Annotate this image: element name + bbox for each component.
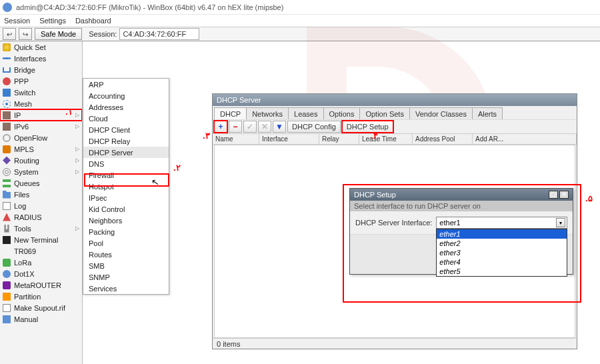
option-ether5[interactable]: ether5 — [437, 267, 567, 276]
option-ether4[interactable]: ether4 — [437, 257, 567, 267]
sidebar-item-tools[interactable]: Tools▷ — [0, 223, 82, 234]
menu-dashboard[interactable]: Dashboard — [75, 17, 111, 25]
sidebar-item-partition[interactable]: Partition — [0, 291, 82, 302]
interface-combo[interactable]: ether1 ▾ ether1ether2ether3ether4ether5 — [436, 217, 567, 229]
menu-session[interactable]: Session — [4, 17, 30, 25]
sidebar-item-log[interactable]: Log — [0, 200, 82, 211]
sidebar-item-ppp[interactable]: PPP — [0, 75, 82, 87]
sidebar-item-make-supout.rif[interactable]: Make Supout.rif — [0, 302, 82, 313]
session-field[interactable]: C4:AD:34:72:60:FF — [119, 28, 199, 40]
sidebar-item-mpls[interactable]: MPLS▷ — [0, 143, 82, 155]
ic-term-icon — [3, 236, 11, 244]
submenu-routes[interactable]: Routes — [83, 249, 169, 260]
add-button[interactable]: + — [214, 121, 227, 133]
sidebar-item-tr069[interactable]: TR069 — [0, 245, 82, 257]
option-ether2[interactable]: ether2 — [437, 239, 567, 248]
minimize-button[interactable]: ▢ — [549, 191, 558, 199]
disable-button[interactable]: ✕ — [258, 121, 271, 133]
col-pool[interactable]: Address Pool — [413, 134, 473, 144]
dhcp-setup-button[interactable]: DHCP Setup — [342, 121, 393, 133]
submenu-services[interactable]: Services — [83, 283, 169, 294]
ip-submenu: ARPAccountingAddressesCloudDHCP ClientDH… — [83, 78, 169, 295]
submenu-dns[interactable]: DNS — [83, 158, 169, 169]
submenu-cloud[interactable]: Cloud — [83, 113, 169, 124]
submenu-dhcp-relay[interactable]: DHCP Relay — [83, 135, 169, 147]
tool-row: ↩ ↪ Safe Mode Session: C4:AD:34:72:60:FF — [0, 27, 600, 41]
window-title: admin@C4:AD:34:72:60:FF (MikroTik) - Win… — [16, 3, 283, 11]
sidebar-label: PPP — [14, 77, 29, 85]
tab-leases[interactable]: Leases — [288, 107, 323, 119]
sidebar-item-bridge[interactable]: Bridge — [0, 64, 82, 75]
sidebar-item-ipv6[interactable]: IPv6▷ — [0, 121, 82, 132]
ic-mesh-icon — [3, 100, 11, 108]
ic-part-icon — [3, 293, 11, 301]
option-ether1[interactable]: ether1 — [437, 229, 567, 239]
submenu-packing[interactable]: Packing — [83, 226, 169, 237]
submenu-smb[interactable]: SMB — [83, 260, 169, 271]
sidebar-item-switch[interactable]: Switch — [0, 87, 82, 98]
ic-radius-icon — [3, 213, 11, 221]
col-lease[interactable]: Lease Time — [359, 134, 413, 144]
submenu-neighbors[interactable]: Neighbors — [83, 215, 169, 226]
sidebar-label: Quick Set — [14, 43, 46, 51]
sidebar-item-metarouter[interactable]: MetaROUTER — [0, 279, 82, 291]
submenu-kid-control[interactable]: Kid Control — [83, 203, 169, 215]
setup-title-text: DHCP Setup — [354, 191, 396, 199]
submenu-pool[interactable]: Pool — [83, 237, 169, 249]
sidebar-item-radius[interactable]: RADIUS — [0, 211, 82, 223]
sidebar-item-system[interactable]: System▷ — [0, 166, 82, 177]
col-name[interactable]: Name — [213, 134, 259, 144]
menu-settings[interactable]: Settings — [39, 17, 66, 25]
submenu-hotspot[interactable]: Hotspot — [83, 181, 169, 192]
tab-vendor-classes[interactable]: Vendor Classes — [409, 107, 473, 119]
setup-title[interactable]: DHCP Setup ▢ ✕ — [350, 189, 573, 201]
dhcp-config-button[interactable]: DHCP Config — [287, 121, 341, 133]
option-ether3[interactable]: ether3 — [437, 248, 567, 257]
expand-icon: ▷ — [75, 123, 79, 129]
tab-dhcp[interactable]: DHCP — [214, 107, 247, 119]
tab-options[interactable]: Options — [323, 107, 361, 119]
sidebar-label: Interfaces — [14, 55, 46, 63]
expand-icon: ▷ — [75, 225, 79, 231]
col-addar[interactable]: Add AR... — [473, 134, 577, 144]
filter-button[interactable]: ▼ — [273, 121, 286, 133]
sidebar-item-manual[interactable]: Manual — [0, 313, 82, 325]
sidebar-item-openflow[interactable]: OpenFlow — [0, 132, 82, 143]
sidebar-label: IP — [14, 111, 21, 119]
sidebar-item-routing[interactable]: Routing▷ — [0, 155, 82, 166]
tab-option-sets[interactable]: Option Sets — [359, 107, 409, 119]
sidebar-item-interfaces[interactable]: Interfaces — [0, 53, 82, 64]
ic-open-icon — [3, 134, 11, 142]
sidebar-item-dot1x[interactable]: Dot1X — [0, 268, 82, 279]
submenu-ipsec[interactable]: IPsec — [83, 192, 169, 203]
submenu-dhcp-client[interactable]: DHCP Client — [83, 124, 169, 135]
sidebar-item-new-terminal[interactable]: New Terminal — [0, 234, 82, 245]
sidebar-label: Tools — [14, 225, 31, 233]
tab-networks[interactable]: Networks — [246, 107, 289, 119]
sidebar-item-quick-set[interactable]: Quick Set — [0, 41, 82, 53]
submenu-addresses[interactable]: Addresses — [83, 101, 169, 113]
sidebar-item-files[interactable]: Files — [0, 189, 82, 200]
combo-arrow-icon[interactable]: ▾ — [556, 218, 565, 227]
sidebar-item-queues[interactable]: Queues — [0, 177, 82, 189]
col-relay[interactable]: Relay — [319, 134, 359, 144]
remove-button[interactable]: − — [229, 121, 242, 133]
enable-button[interactable]: ✓ — [243, 121, 257, 133]
status-bar: 0 items — [213, 338, 577, 349]
sidebar-item-lora[interactable]: LoRa — [0, 257, 82, 268]
submenu-firewall[interactable]: Firewall — [83, 169, 169, 181]
safe-mode-button[interactable]: Safe Mode — [35, 28, 82, 40]
back-button[interactable]: ↩ — [3, 28, 16, 40]
submenu-accounting[interactable]: Accounting — [83, 90, 169, 101]
submenu-dhcp-server[interactable]: DHCP Server — [83, 147, 169, 158]
submenu-arp[interactable]: ARP — [83, 79, 169, 90]
dhcp-setup-dialog: DHCP Setup ▢ ✕ Select interface to run D… — [349, 188, 573, 275]
dhcp-window-title[interactable]: DHCP Server — [213, 94, 577, 106]
close-button[interactable]: ✕ — [559, 191, 569, 199]
tab-alerts[interactable]: Alerts — [472, 107, 503, 119]
sidebar-label: RADIUS — [14, 213, 42, 221]
forward-button[interactable]: ↪ — [19, 28, 32, 40]
col-interface[interactable]: Interface — [259, 134, 319, 144]
sidebar-label: Routing — [14, 157, 39, 165]
submenu-snmp[interactable]: SNMP — [83, 271, 169, 283]
